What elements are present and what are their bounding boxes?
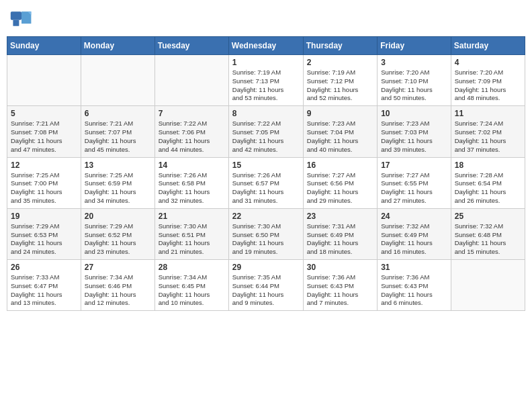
day-cell: 25Sunrise: 7:32 AM Sunset: 6:48 PM Dayli…: [451, 208, 525, 259]
day-cell: 8Sunrise: 7:22 AM Sunset: 7:05 PM Daylig…: [228, 106, 303, 157]
day-info: Sunrise: 7:25 AM Sunset: 6:59 PM Dayligh…: [85, 171, 151, 205]
day-info: Sunrise: 7:32 AM Sunset: 6:49 PM Dayligh…: [381, 222, 447, 257]
day-number: 29: [232, 263, 300, 272]
day-cell: 14Sunrise: 7:26 AM Sunset: 6:58 PM Dayli…: [154, 157, 228, 208]
day-number: 21: [159, 212, 225, 221]
day-info: Sunrise: 7:36 AM Sunset: 6:43 PM Dayligh…: [307, 273, 373, 308]
day-number: 13: [85, 161, 151, 170]
day-number: 7: [159, 109, 225, 118]
day-number: 8: [232, 109, 300, 118]
day-number: 30: [307, 263, 373, 272]
day-cell: 6Sunrise: 7:21 AM Sunset: 7:07 PM Daylig…: [81, 106, 154, 157]
day-number: 11: [455, 109, 521, 118]
day-number: 2: [307, 58, 373, 67]
day-cell: 12Sunrise: 7:25 AM Sunset: 7:00 PM Dayli…: [7, 157, 81, 208]
day-number: 27: [85, 263, 151, 272]
day-cell: 27Sunrise: 7:34 AM Sunset: 6:46 PM Dayli…: [81, 260, 154, 311]
day-number: 9: [307, 109, 373, 118]
day-info: Sunrise: 7:23 AM Sunset: 7:04 PM Dayligh…: [307, 120, 373, 154]
day-number: 14: [159, 161, 225, 170]
weekday-header-wednesday: Wednesday: [228, 37, 303, 55]
day-info: Sunrise: 7:22 AM Sunset: 7:05 PM Dayligh…: [232, 120, 300, 154]
page-header: [7, 7, 525, 31]
day-info: Sunrise: 7:29 AM Sunset: 6:53 PM Dayligh…: [11, 222, 77, 257]
day-number: 15: [232, 161, 300, 170]
day-cell: 16Sunrise: 7:27 AM Sunset: 6:56 PM Dayli…: [303, 157, 377, 208]
weekday-header-thursday: Thursday: [303, 37, 377, 55]
day-number: 23: [307, 212, 373, 221]
day-number: 24: [381, 212, 447, 221]
day-cell: 4Sunrise: 7:20 AM Sunset: 7:09 PM Daylig…: [451, 55, 525, 106]
day-number: 10: [381, 109, 447, 118]
day-info: Sunrise: 7:26 AM Sunset: 6:57 PM Dayligh…: [232, 171, 300, 205]
logo: [9, 7, 36, 31]
day-number: 19: [11, 212, 77, 221]
day-number: 6: [85, 109, 151, 118]
day-info: Sunrise: 7:34 AM Sunset: 6:46 PM Dayligh…: [85, 273, 151, 308]
day-cell: 24Sunrise: 7:32 AM Sunset: 6:49 PM Dayli…: [378, 208, 451, 259]
day-info: Sunrise: 7:23 AM Sunset: 7:03 PM Dayligh…: [381, 120, 447, 154]
calendar-table: SundayMondayTuesdayWednesdayThursdayFrid…: [7, 36, 525, 311]
day-cell: 2Sunrise: 7:19 AM Sunset: 7:12 PM Daylig…: [303, 55, 377, 106]
day-info: Sunrise: 7:36 AM Sunset: 6:43 PM Dayligh…: [381, 273, 447, 308]
day-cell: 31Sunrise: 7:36 AM Sunset: 6:43 PM Dayli…: [378, 260, 451, 311]
weekday-header-friday: Friday: [378, 37, 451, 55]
day-info: Sunrise: 7:27 AM Sunset: 6:55 PM Dayligh…: [381, 171, 447, 205]
day-info: Sunrise: 7:21 AM Sunset: 7:07 PM Dayligh…: [85, 120, 151, 154]
day-cell: 18Sunrise: 7:28 AM Sunset: 6:54 PM Dayli…: [451, 157, 525, 208]
day-cell: 30Sunrise: 7:36 AM Sunset: 6:43 PM Dayli…: [303, 260, 377, 311]
weekday-header-tuesday: Tuesday: [154, 37, 228, 55]
week-row-1: 1Sunrise: 7:19 AM Sunset: 7:13 PM Daylig…: [7, 55, 525, 106]
day-number: 12: [11, 161, 77, 170]
day-cell: 7Sunrise: 7:22 AM Sunset: 7:06 PM Daylig…: [154, 106, 228, 157]
day-info: Sunrise: 7:26 AM Sunset: 6:58 PM Dayligh…: [159, 171, 225, 205]
day-info: Sunrise: 7:20 AM Sunset: 7:10 PM Dayligh…: [381, 68, 447, 103]
day-cell: 10Sunrise: 7:23 AM Sunset: 7:03 PM Dayli…: [378, 106, 451, 157]
day-info: Sunrise: 7:30 AM Sunset: 6:51 PM Dayligh…: [159, 222, 225, 257]
weekday-header-monday: Monday: [81, 37, 154, 55]
day-info: Sunrise: 7:25 AM Sunset: 7:00 PM Dayligh…: [11, 171, 77, 205]
day-info: Sunrise: 7:29 AM Sunset: 6:52 PM Dayligh…: [85, 222, 151, 257]
weekday-header-saturday: Saturday: [451, 37, 525, 55]
day-cell: 9Sunrise: 7:23 AM Sunset: 7:04 PM Daylig…: [303, 106, 377, 157]
day-number: 1: [232, 58, 300, 67]
day-number: 16: [307, 161, 373, 170]
day-info: Sunrise: 7:34 AM Sunset: 6:45 PM Dayligh…: [159, 273, 225, 308]
day-info: Sunrise: 7:22 AM Sunset: 7:06 PM Dayligh…: [159, 120, 225, 154]
day-cell: [7, 55, 81, 106]
day-info: Sunrise: 7:24 AM Sunset: 7:02 PM Dayligh…: [455, 120, 521, 154]
day-info: Sunrise: 7:19 AM Sunset: 7:13 PM Dayligh…: [232, 68, 300, 103]
day-cell: 5Sunrise: 7:21 AM Sunset: 7:08 PM Daylig…: [7, 106, 81, 157]
day-number: 3: [381, 58, 447, 67]
day-cell: 28Sunrise: 7:34 AM Sunset: 6:45 PM Dayli…: [154, 260, 228, 311]
day-number: 5: [11, 109, 77, 118]
day-cell: 29Sunrise: 7:35 AM Sunset: 6:44 PM Dayli…: [228, 260, 303, 311]
weekday-header-row: SundayMondayTuesdayWednesdayThursdayFrid…: [7, 37, 525, 55]
day-info: Sunrise: 7:21 AM Sunset: 7:08 PM Dayligh…: [11, 120, 77, 154]
day-cell: 21Sunrise: 7:30 AM Sunset: 6:51 PM Dayli…: [154, 208, 228, 259]
day-number: 18: [455, 161, 521, 170]
day-cell: 26Sunrise: 7:33 AM Sunset: 6:47 PM Dayli…: [7, 260, 81, 311]
day-number: 26: [11, 263, 77, 272]
day-number: 31: [381, 263, 447, 272]
week-row-3: 12Sunrise: 7:25 AM Sunset: 7:00 PM Dayli…: [7, 157, 525, 208]
day-cell: 13Sunrise: 7:25 AM Sunset: 6:59 PM Dayli…: [81, 157, 154, 208]
day-cell: 19Sunrise: 7:29 AM Sunset: 6:53 PM Dayli…: [7, 208, 81, 259]
day-cell: 1Sunrise: 7:19 AM Sunset: 7:13 PM Daylig…: [228, 55, 303, 106]
weekday-header-sunday: Sunday: [7, 37, 81, 55]
day-cell: [81, 55, 154, 106]
day-info: Sunrise: 7:32 AM Sunset: 6:48 PM Dayligh…: [455, 222, 521, 257]
week-row-2: 5Sunrise: 7:21 AM Sunset: 7:08 PM Daylig…: [7, 106, 525, 157]
day-info: Sunrise: 7:31 AM Sunset: 6:49 PM Dayligh…: [307, 222, 373, 257]
week-row-4: 19Sunrise: 7:29 AM Sunset: 6:53 PM Dayli…: [7, 208, 525, 259]
day-cell: 22Sunrise: 7:30 AM Sunset: 6:50 PM Dayli…: [228, 208, 303, 259]
day-number: 22: [232, 212, 300, 221]
day-info: Sunrise: 7:19 AM Sunset: 7:12 PM Dayligh…: [307, 68, 373, 103]
day-info: Sunrise: 7:33 AM Sunset: 6:47 PM Dayligh…: [11, 273, 77, 308]
day-number: 20: [85, 212, 151, 221]
day-cell: 23Sunrise: 7:31 AM Sunset: 6:49 PM Dayli…: [303, 208, 377, 259]
week-row-5: 26Sunrise: 7:33 AM Sunset: 6:47 PM Dayli…: [7, 260, 525, 311]
day-cell: 11Sunrise: 7:24 AM Sunset: 7:02 PM Dayli…: [451, 106, 525, 157]
day-number: 25: [455, 212, 521, 221]
day-cell: [451, 260, 525, 311]
